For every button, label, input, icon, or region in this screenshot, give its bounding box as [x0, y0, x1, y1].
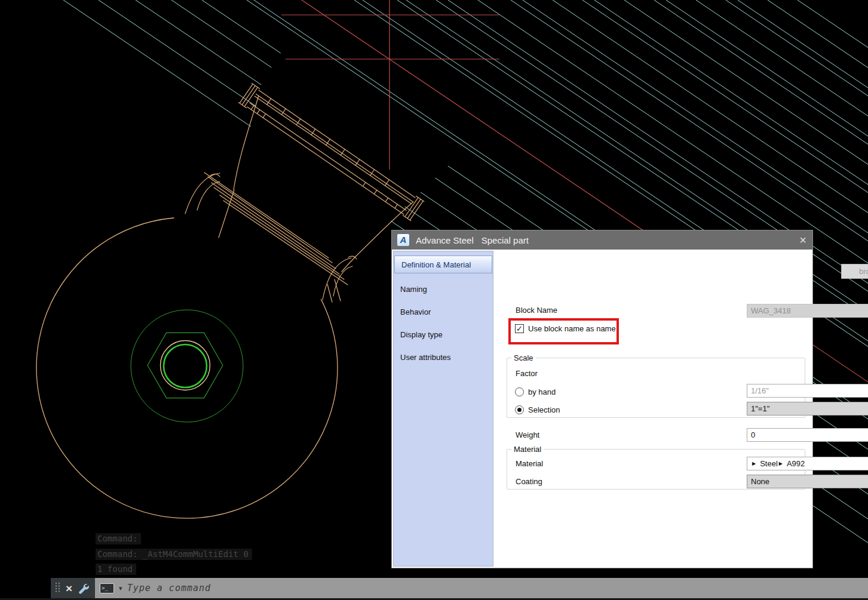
command-history-line: Command: — [96, 533, 141, 544]
close-command-line-icon[interactable]: × — [66, 583, 72, 594]
nav-item-definition-material[interactable]: Definition & Material — [394, 256, 492, 273]
factor-label: Factor — [516, 369, 538, 378]
command-history-line: 1 found — [96, 564, 136, 575]
coating-value: None — [751, 477, 769, 486]
dialog-nav-panel: Definition & Material Naming Behavior Di… — [393, 251, 493, 567]
terminal-icon[interactable]: >_ — [100, 583, 114, 593]
use-block-name-row: ✓ Use block name as name — [515, 324, 616, 333]
material-crumb-grade: A992 — [787, 459, 805, 468]
close-dialog-icon[interactable]: × — [799, 234, 806, 246]
weight-value: 0 — [751, 430, 755, 439]
nav-item-behavior[interactable]: Behavior — [394, 301, 493, 324]
command-input-placeholder: Type a command — [127, 583, 211, 593]
coating-combobox[interactable]: None — [747, 475, 868, 488]
block-name-label: Block Name — [516, 306, 557, 315]
browse-button[interactable]: browse — [841, 264, 868, 279]
selection-label: Selection — [528, 405, 560, 414]
dialog-content: browse Block Name WAG_3418 ✓ Use block n… — [495, 251, 812, 568]
command-history-line: Command: _AstM4CommMultiEdit 0 — [96, 549, 252, 560]
dialog-app-title: Advance Steel — [416, 235, 474, 245]
nav-item-display-type[interactable]: Display type — [394, 324, 493, 346]
material-label: Material — [516, 459, 543, 468]
breadcrumb-arrow-icon: ▶ — [779, 461, 783, 466]
block-name-combobox[interactable]: WAG_3418 — [747, 304, 868, 318]
material-group-legend: Material — [511, 445, 544, 454]
command-line-bar: × >_ ▾ Type a command — [51, 578, 868, 598]
use-block-name-checkbox[interactable]: ✓ — [515, 324, 524, 333]
by-hand-value: 1/16" — [751, 386, 769, 395]
use-block-name-label: Use block name as name — [528, 324, 616, 333]
special-part-dialog: A Advance Steel Special part × Definitio… — [391, 230, 813, 568]
command-input[interactable]: >_ ▾ Type a command — [95, 578, 868, 598]
by-hand-radio-row: by hand — [515, 387, 556, 396]
block-name-value: WAG_3418 — [751, 306, 791, 315]
nav-item-naming[interactable]: Naming — [394, 278, 493, 301]
material-combobox[interactable]: ▶ Steel ▶ A992 — [747, 457, 868, 470]
dialog-titlebar[interactable]: A Advance Steel Special part × — [392, 230, 812, 250]
autocad-advance-steel-screen: { "window": { "app_title": "Advance Stee… — [0, 0, 868, 600]
selection-radio-row: Selection — [515, 405, 560, 414]
selection-value: 1"=1" — [751, 404, 769, 413]
nav-item-user-attributes[interactable]: User attributes — [394, 346, 493, 369]
scale-group-legend: Scale — [511, 353, 536, 362]
breadcrumb-arrow-icon: ▶ — [752, 461, 756, 466]
dialog-doc-title: Special part — [481, 235, 529, 245]
material-crumb-steel: Steel — [760, 459, 778, 468]
drag-grip-icon[interactable] — [54, 582, 60, 594]
autocad-logo-icon: A — [397, 233, 410, 247]
selection-combobox[interactable]: 1"=1" — [747, 402, 868, 416]
by-hand-input[interactable]: 1/16" — [747, 384, 868, 398]
selection-radio[interactable] — [515, 405, 524, 414]
weight-label: Weight — [516, 430, 539, 439]
command-dropdown-caret-icon[interactable]: ▾ — [119, 585, 122, 592]
coating-label: Coating — [516, 477, 542, 486]
weight-input[interactable]: 0 — [747, 428, 868, 442]
command-bar-tools: × — [51, 578, 95, 598]
wrench-icon[interactable] — [78, 583, 89, 594]
by-hand-radio[interactable] — [515, 387, 524, 396]
by-hand-label: by hand — [528, 387, 556, 396]
